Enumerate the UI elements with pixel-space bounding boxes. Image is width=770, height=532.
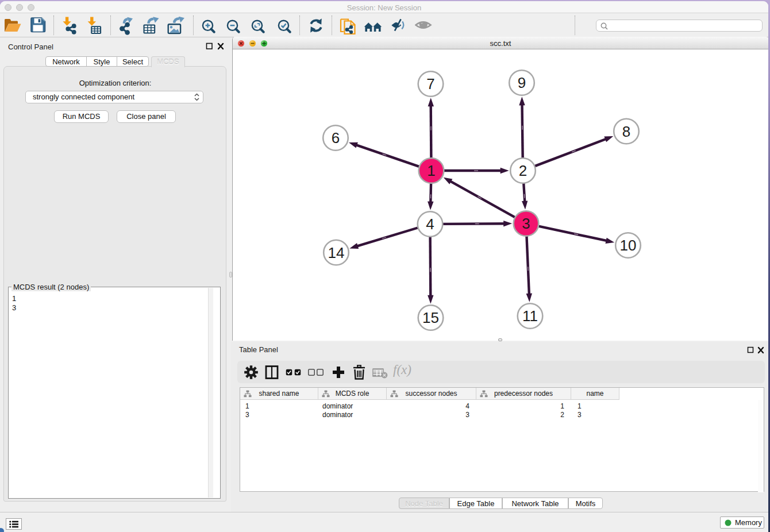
svg-text:1: 1	[427, 162, 435, 179]
svg-text:4: 4	[426, 215, 434, 233]
svg-text:9: 9	[518, 74, 526, 91]
svg-text:7: 7	[426, 75, 434, 92]
svg-text:10: 10	[620, 237, 637, 254]
svg-text:8: 8	[622, 123, 630, 140]
svg-text:2: 2	[519, 162, 527, 179]
svg-text:3: 3	[522, 215, 530, 232]
svg-text:6: 6	[332, 129, 340, 147]
svg-text:14: 14	[328, 244, 345, 261]
svg-text:11: 11	[522, 307, 538, 325]
svg-text:15: 15	[422, 309, 439, 326]
